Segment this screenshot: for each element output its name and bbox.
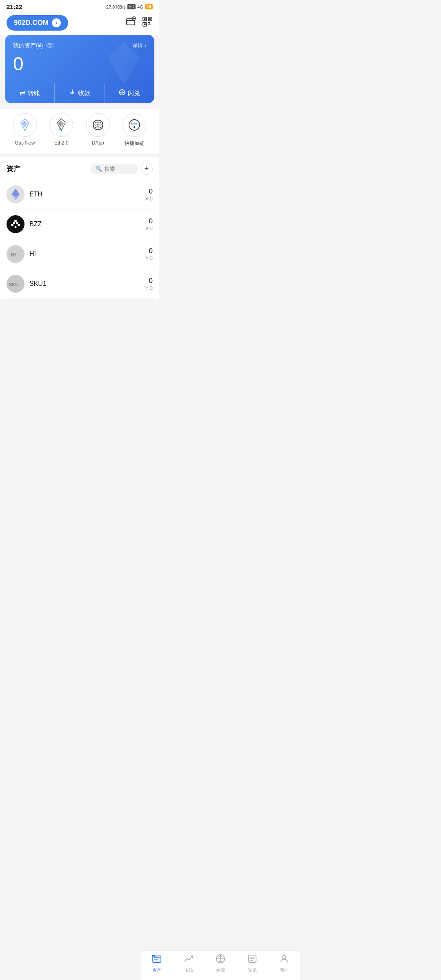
eye-icon[interactable] <box>46 42 53 49</box>
quick-item-quick-chain[interactable]: EVM 快捷加链 <box>122 113 146 147</box>
svg-point-35 <box>18 224 20 226</box>
asset-card: 我的资产(¥) 详情 › 0 ⇄ 转账 收款 <box>5 35 154 103</box>
eth-name: ETH <box>29 191 145 198</box>
quick-item-gas-now[interactable]: Gas Now <box>13 113 37 147</box>
scan-button[interactable] <box>142 16 153 29</box>
eth2-icon: 2.0 <box>49 113 73 137</box>
svg-point-33 <box>14 220 17 222</box>
asset-row-eth[interactable]: ETH 0 ¥ 0 <box>7 180 153 209</box>
svg-text:2.0: 2.0 <box>59 128 62 130</box>
card-title-row: 我的资产(¥) <box>13 42 53 49</box>
svg-point-14 <box>121 91 123 93</box>
battery-indicator: 18 <box>145 4 153 9</box>
svg-marker-20 <box>58 121 61 127</box>
brand-arrow-icon: › <box>52 18 61 27</box>
svg-point-36 <box>13 222 15 224</box>
receive-icon <box>69 89 76 98</box>
sku1-amounts: 0 ¥ 0 <box>145 277 153 291</box>
top-bar: 902D.COM › <box>0 12 159 35</box>
svg-point-25 <box>129 120 140 130</box>
transfer-icon: ⇄ <box>20 89 25 98</box>
asset-section-title: 资产 <box>7 164 20 174</box>
svg-text:HI: HI <box>11 252 16 258</box>
sku1-logo: SKU <box>7 275 24 293</box>
sku1-amount: 0 <box>145 277 153 285</box>
svg-marker-19 <box>61 121 64 127</box>
dapp-icon <box>86 113 110 137</box>
asset-row-bzz[interactable]: BZZ 0 ¥ 0 <box>7 209 153 239</box>
search-bar: 🔍 + <box>91 163 153 175</box>
quick-item-dapp[interactable]: DApp <box>86 113 110 147</box>
receive-label: 收款 <box>78 89 90 97</box>
bzz-name: BZZ <box>29 220 145 228</box>
hd-badge: HD <box>127 4 136 9</box>
status-bar: 21:22 27.8 KB/s HD 4G 18 <box>0 0 159 12</box>
hi-logo: HI <box>7 245 24 263</box>
svg-text:EVM: EVM <box>131 122 137 125</box>
bzz-amounts: 0 ¥ 0 <box>145 217 153 232</box>
sku1-name: SKU1 <box>29 280 145 287</box>
hi-cny: ¥ 0 <box>145 255 153 261</box>
bzz-cny: ¥ 0 <box>145 225 153 232</box>
asset-section-header: 资产 🔍 + <box>7 163 153 175</box>
asset-row-hi[interactable]: HI HI 0 ¥ 0 <box>7 239 153 269</box>
quick-item-eth2[interactable]: 2.0 Eth2.0 <box>49 113 73 147</box>
asset-row-sku1[interactable]: SKU SKU1 0 ¥ 0 <box>7 269 153 299</box>
search-input[interactable] <box>105 166 133 172</box>
asset-section: 资产 🔍 + ETH 0 ¥ 0 <box>0 157 159 299</box>
card-title: 我的资产(¥) <box>13 42 43 49</box>
brand-name: 902D.COM <box>14 19 49 27</box>
quick-chain-label: 快捷加链 <box>125 140 144 147</box>
eth-logo <box>7 185 24 203</box>
status-icons: 27.8 KB/s HD 4G 18 <box>106 4 153 9</box>
add-asset-button[interactable]: + <box>140 163 153 175</box>
eth-amount: 0 <box>145 187 153 196</box>
eth-amounts: 0 ¥ 0 <box>145 187 153 202</box>
hi-name: HI <box>29 250 145 258</box>
svg-point-34 <box>11 224 13 226</box>
gas-now-icon <box>13 113 37 137</box>
svg-point-9 <box>49 45 51 47</box>
svg-rect-7 <box>144 24 146 25</box>
sku1-cny: ¥ 0 <box>145 285 153 291</box>
hi-amounts: 0 ¥ 0 <box>145 247 153 261</box>
signal-icon: 4G <box>137 4 143 9</box>
svg-point-37 <box>16 222 18 224</box>
eth2-label: Eth2.0 <box>54 140 69 146</box>
dapp-label: DApp <box>92 140 104 146</box>
top-actions <box>126 16 153 29</box>
svg-point-38 <box>15 226 17 228</box>
bzz-amount: 0 <box>145 217 153 225</box>
quick-menu: Gas Now 2.0 Eth2.0 DApp <box>0 109 159 154</box>
transfer-label: 转账 <box>28 89 40 97</box>
speed-indicator: 27.8 KB/s <box>106 4 126 9</box>
svg-marker-16 <box>25 121 28 127</box>
eth-cny: ¥ 0 <box>145 196 153 202</box>
search-input-wrap: 🔍 <box>91 164 138 174</box>
transfer-button[interactable]: ⇄ 转账 <box>5 83 54 103</box>
eth-diamond-watermark <box>101 40 146 91</box>
gas-now-label: Gas Now <box>15 140 35 146</box>
bzz-logo <box>7 215 24 233</box>
brand-pill[interactable]: 902D.COM › <box>7 15 68 31</box>
receive-button[interactable]: 收款 <box>54 83 104 103</box>
status-time: 21:22 <box>7 3 22 10</box>
hi-amount: 0 <box>145 247 153 255</box>
svg-text:SKU: SKU <box>9 282 18 287</box>
svg-marker-17 <box>22 121 25 127</box>
quick-chain-icon: EVM <box>122 113 146 137</box>
svg-point-8 <box>47 43 53 47</box>
svg-rect-5 <box>144 18 146 20</box>
wallet-add-button[interactable] <box>126 16 136 29</box>
search-icon: 🔍 <box>96 166 102 172</box>
svg-rect-6 <box>149 18 151 20</box>
